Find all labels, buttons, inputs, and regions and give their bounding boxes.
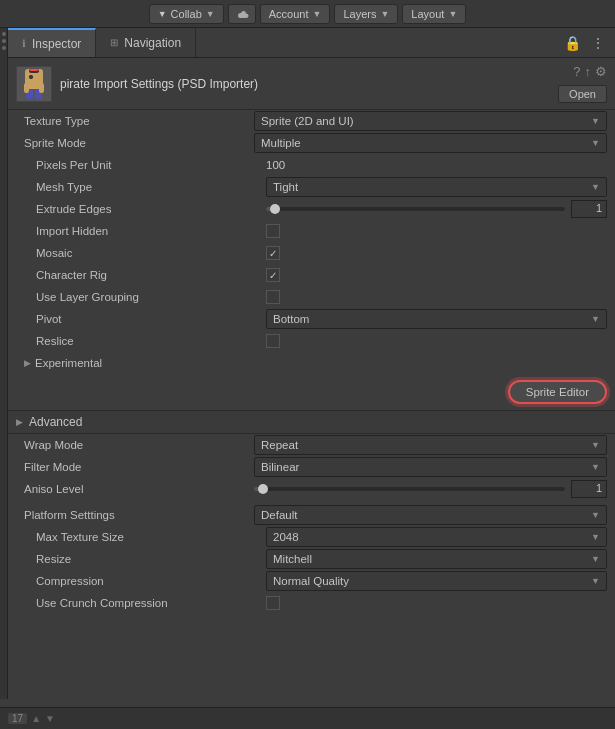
sprite-mode-dropdown[interactable]: Multiple ▼ — [254, 133, 607, 153]
mesh-type-label: Mesh Type — [36, 181, 266, 193]
pivot-dropdown[interactable]: Bottom ▼ — [266, 309, 607, 329]
use-layer-grouping-row: Use Layer Grouping — [8, 286, 615, 308]
extrude-edges-number[interactable]: 1 — [571, 200, 607, 218]
extrude-edges-slider[interactable]: 1 — [266, 200, 607, 218]
asset-thumbnail — [16, 66, 52, 102]
status-arrow-down-icon: ▼ — [45, 713, 55, 724]
status-arrow-up-icon: ▲ — [31, 713, 41, 724]
texture-type-dropdown[interactable]: Sprite (2D and UI) ▼ — [254, 111, 607, 131]
collab-button[interactable]: ▼ Collab ▼ — [149, 4, 224, 24]
platform-settings-label: Platform Setttings — [24, 509, 254, 521]
extrude-edges-track — [266, 207, 565, 211]
mesh-type-row: Mesh Type Tight ▼ — [8, 176, 615, 198]
aniso-level-number[interactable]: 1 — [571, 480, 607, 498]
account-button[interactable]: Account ▼ — [260, 4, 331, 24]
pivot-value: Bottom ▼ — [266, 309, 607, 329]
import-hidden-checkbox[interactable] — [266, 224, 280, 238]
resize-dropdown[interactable]: Mitchell ▼ — [266, 549, 607, 569]
sprite-mode-row: Sprite Mode Multiple ▼ — [8, 132, 615, 154]
extrude-edges-row: Extrude Edges 1 — [8, 198, 615, 220]
experimental-row: ▶ Experimental — [8, 352, 615, 374]
nav-icon: ⊞ — [110, 37, 118, 48]
svg-rect-8 — [30, 69, 38, 71]
tab-bar-actions: 🔒 ⋮ — [562, 33, 615, 53]
inspector-panel: pirate Import Settings (PSD Importer) ? … — [8, 58, 615, 699]
asset-header-icons: ? ↑ ⚙ — [573, 64, 607, 79]
svg-rect-7 — [39, 83, 44, 93]
compression-dropdown[interactable]: Normal Quality ▼ — [266, 571, 607, 591]
reslice-checkbox[interactable] — [266, 334, 280, 348]
top-bar: ▼ Collab ▼ Account ▼ Layers ▼ Layout ▼ — [0, 0, 615, 28]
help-icon[interactable]: ? — [573, 64, 580, 79]
use-layer-grouping-value — [266, 290, 607, 304]
aniso-level-slider[interactable]: 1 — [254, 480, 607, 498]
reslice-value — [266, 334, 607, 348]
extrude-edges-label: Extrude Edges — [36, 203, 266, 215]
resize-row: Resize Mitchell ▼ — [8, 548, 615, 570]
advanced-arrow-icon: ▶ — [16, 417, 23, 427]
platform-default-value: Default ▼ — [254, 505, 607, 525]
svg-rect-6 — [24, 83, 29, 93]
more-options-button[interactable]: ⋮ — [589, 33, 607, 53]
cloud-button[interactable] — [228, 4, 256, 24]
max-texture-size-value: 2048 ▼ — [266, 527, 607, 547]
extrude-edges-thumb[interactable] — [270, 204, 280, 214]
use-crunch-checkbox[interactable] — [266, 596, 280, 610]
sprite-editor-row: Sprite Editor — [8, 374, 615, 410]
pivot-label: Pivot — [36, 313, 266, 325]
max-texture-size-label: Max Texture Size — [36, 531, 266, 543]
wrap-mode-row: Wrap Mode Repeat ▼ — [8, 434, 615, 456]
left-edge — [0, 28, 8, 699]
layout-button[interactable]: Layout ▼ — [402, 4, 466, 24]
aniso-level-row: Aniso Level 1 — [8, 478, 615, 500]
sprite-mode-value: Multiple ▼ — [254, 133, 607, 153]
advanced-section-label: Advanced — [29, 415, 82, 429]
edge-dot — [2, 46, 6, 50]
platform-default-dropdown[interactable]: Default ▼ — [254, 505, 607, 525]
edge-dot — [2, 32, 6, 36]
info-icon: ℹ — [22, 38, 26, 49]
character-rig-label: Character Rig — [36, 269, 266, 281]
pixels-per-unit-value: 100 — [266, 159, 607, 171]
mosaic-checkbox[interactable] — [266, 246, 280, 260]
compression-row: Compression Normal Quality ▼ — [8, 570, 615, 592]
character-rig-checkbox[interactable] — [266, 268, 280, 282]
compression-value: Normal Quality ▼ — [266, 571, 607, 591]
use-layer-grouping-checkbox[interactable] — [266, 290, 280, 304]
sprite-editor-button[interactable]: Sprite Editor — [508, 380, 607, 404]
use-crunch-value — [266, 596, 607, 610]
tab-inspector[interactable]: ℹ Inspector — [8, 28, 96, 57]
aniso-level-value: 1 — [254, 480, 607, 498]
settings-icon[interactable]: ⚙ — [595, 64, 607, 79]
lock-button[interactable]: 🔒 — [562, 33, 583, 53]
mesh-type-dropdown[interactable]: Tight ▼ — [266, 177, 607, 197]
wrap-mode-dropdown[interactable]: Repeat ▼ — [254, 435, 607, 455]
filter-mode-label: Filter Mode — [24, 461, 254, 473]
advanced-section-header[interactable]: ▶ Advanced — [8, 410, 615, 434]
layers-button[interactable]: Layers ▼ — [334, 4, 398, 24]
filter-mode-value: Bilinear ▼ — [254, 457, 607, 477]
filter-mode-dropdown[interactable]: Bilinear ▼ — [254, 457, 607, 477]
use-crunch-row: Use Crunch Compression — [8, 592, 615, 614]
sprite-mode-label: Sprite Mode — [24, 137, 254, 149]
import-hidden-label: Import Hidden — [36, 225, 266, 237]
pixels-per-unit-row: Pixels Per Unit 100 — [8, 154, 615, 176]
aniso-level-label: Aniso Level — [24, 483, 254, 495]
edge-dot — [2, 39, 6, 43]
character-rig-value — [266, 268, 607, 282]
tab-navigation[interactable]: ⊞ Navigation — [96, 28, 196, 57]
mosaic-value — [266, 246, 607, 260]
open-button[interactable]: Open — [558, 85, 607, 103]
experimental-label: ▶ Experimental — [24, 357, 254, 369]
reslice-label: Reslice — [36, 335, 266, 347]
max-texture-size-dropdown[interactable]: 2048 ▼ — [266, 527, 607, 547]
mesh-type-value: Tight ▼ — [266, 177, 607, 197]
svg-point-3 — [30, 76, 32, 78]
status-number: 17 — [8, 713, 27, 724]
aniso-level-thumb[interactable] — [258, 484, 268, 494]
link-icon[interactable]: ↑ — [585, 64, 592, 79]
mosaic-label: Mosaic — [36, 247, 266, 259]
pivot-row: Pivot Bottom ▼ — [8, 308, 615, 330]
compression-label: Compression — [36, 575, 266, 587]
pirate-icon — [17, 67, 51, 101]
